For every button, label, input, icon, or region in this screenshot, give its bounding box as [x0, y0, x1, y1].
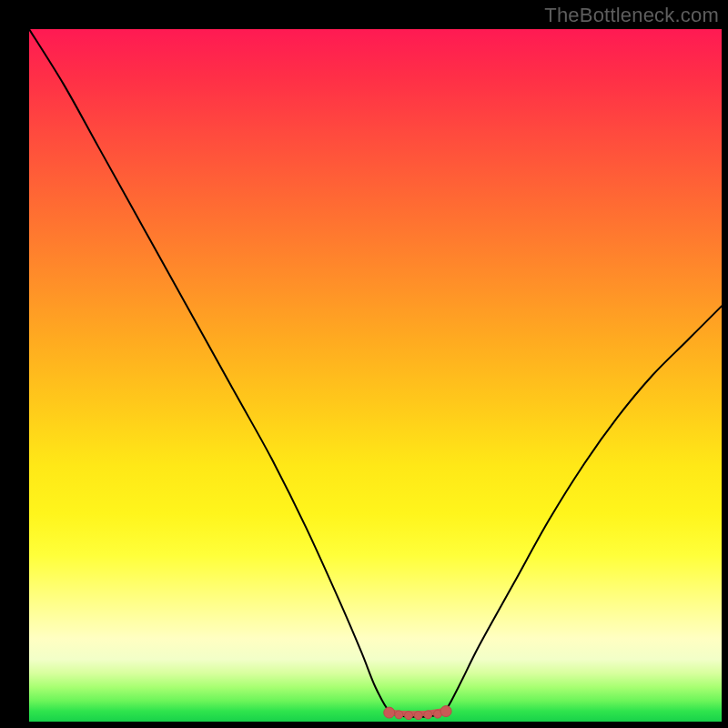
valley-marker [440, 706, 451, 717]
valley-marker [405, 712, 413, 720]
plot-area [29, 29, 722, 722]
valley-markers [384, 706, 451, 720]
bottleneck-curve [29, 29, 722, 717]
chart-frame: TheBottleneck.com [0, 0, 728, 728]
valley-marker [414, 712, 422, 720]
curve-layer [29, 29, 722, 722]
valley-marker [424, 711, 432, 719]
valley-marker [395, 711, 403, 719]
watermark-text: TheBottleneck.com [544, 4, 719, 27]
valley-marker [384, 707, 395, 718]
